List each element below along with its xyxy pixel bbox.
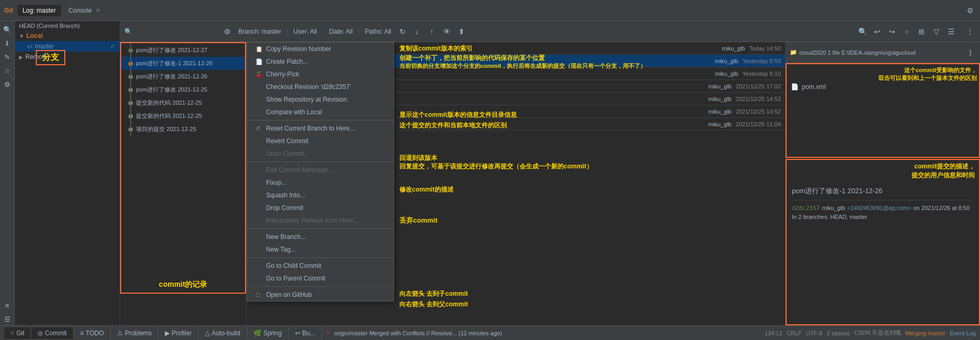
commits-section: commit的记录 pom进行了修改 2021-12-27 pom进行了修改-1… <box>120 42 247 325</box>
head-branch-item[interactable]: HEAD (Current Branch) <box>15 21 120 31</box>
remote-branch-item[interactable]: ▶ Remote <box>15 52 120 62</box>
menu-item-new-branch[interactable]: New Branch... <box>247 231 394 243</box>
branch-selector[interactable]: Branch: master <box>236 27 283 36</box>
git-tab-label: Git <box>16 329 24 337</box>
log-header: 🔍 ⚙ Branch: master | User: All | Date: A… <box>120 21 980 42</box>
settings-gear-icon[interactable]: ⚙ <box>221 26 233 37</box>
commit-detail-annotation: commit提交的描述，提交的用户信息和时间 <box>912 162 975 180</box>
patch-icon: 📄 <box>256 58 264 65</box>
menu-item-checkout[interactable]: Checkout Revision 'd28c2357' <box>247 81 394 93</box>
toolbar-icon-arrow-up[interactable]: ↑ <box>426 26 438 37</box>
commit-item-3[interactable]: pom进行了修改 2021-12-25 <box>120 83 246 96</box>
git-label: Git <box>4 7 13 14</box>
commit-item-5[interactable]: 提交新的代码 2021-12-25 <box>120 109 246 123</box>
profiler-tab-icon: ▶ <box>165 329 170 337</box>
commit-item-4[interactable]: 提交新的代码 2021-12-25 <box>120 96 246 109</box>
sidebar-icon-vcs[interactable]: ⬇ <box>1 37 14 49</box>
log-search-input[interactable] <box>134 28 218 35</box>
tab-console[interactable]: Console ✕ <box>63 5 105 16</box>
paths-selector[interactable]: Paths: All <box>362 27 393 36</box>
right-panel-collapse[interactable]: ⟩ <box>964 47 976 58</box>
menu-item-copy[interactable]: 📋 Copy Revision Number <box>247 43 394 55</box>
toolbar-icon-filter[interactable]: ▽ <box>930 26 942 37</box>
github-icon: ⬡ <box>256 292 264 298</box>
center-area: 🏷 master pom进行了修改 2021-12-27 miku_glb To… <box>247 42 785 325</box>
tab-log[interactable]: Log: master <box>17 5 61 16</box>
pom-file-icon: 📄 <box>791 83 799 91</box>
sidebar-icon-bookmark[interactable]: ☆ <box>1 64 14 77</box>
toolbar-icon-push[interactable]: ⬆ <box>456 26 467 37</box>
csdn-info: CSDN 不是老刘哦 <box>854 329 901 337</box>
menu-sep-5 <box>247 286 394 287</box>
menu-item-fixup[interactable]: Fixup... <box>247 176 394 189</box>
local-branch-item[interactable]: ▼ Local <box>15 31 120 41</box>
sidebar-icon-search[interactable]: 🔍 <box>1 23 14 36</box>
commit-item-0[interactable]: pom进行了修改 2021-12-27 <box>120 42 246 57</box>
toolbar-icon-search2[interactable]: 🔍 <box>857 26 868 37</box>
menu-item-patch[interactable]: 📄 Create Patch... <box>247 55 394 68</box>
menu-item-undo[interactable]: Undo Commit... <box>247 147 394 160</box>
menu-item-child[interactable]: Go to Child Commit <box>247 259 394 272</box>
tab-console-close[interactable]: ✕ <box>96 7 100 13</box>
sidebar-icon-edit[interactable]: ✎ <box>1 51 14 63</box>
commit-detail-msg: pom进行了修改-1 2021-12-26 <box>792 186 974 196</box>
menu-item-squash[interactable]: Squash Into... <box>247 189 394 202</box>
commit-detail-panel: commit提交的描述，提交的用户信息和时间 pom进行了修改-1 2021-1… <box>786 159 980 325</box>
timeline-author-3: miku_glb <box>708 83 731 89</box>
sidebar-icon-structure[interactable]: ≡ <box>1 299 14 312</box>
menu-item-github[interactable]: ⬡ Open on GitHub <box>247 288 394 301</box>
status-tab-git[interactable]: ⑂ Git <box>4 327 31 339</box>
timeline-date-6: 2021/12/25 11:04 <box>736 121 781 127</box>
status-tab-autobuild[interactable]: △ Auto-build <box>199 327 247 339</box>
status-tab-bu[interactable]: ↩ Bu... <box>289 327 322 339</box>
master-branch-item[interactable]: 🏷 master ✓ <box>15 41 120 52</box>
menu-item-revert[interactable]: Revert Commit <box>247 135 394 147</box>
cherry-icon: 🍒 <box>256 71 264 78</box>
toolbar-icon-arrow-down[interactable]: ↓ <box>411 26 423 37</box>
menu-item-drop[interactable]: Drop Commit <box>247 202 394 214</box>
profiler-tab-label: Profiler <box>172 329 192 337</box>
status-tab-commit[interactable]: ◎ Commit <box>31 327 73 339</box>
commit-item-6[interactable]: 项目的提交 2021-12-25 <box>120 123 246 136</box>
commit-item-2[interactable]: pom进行了修改 2021-12-26 <box>120 70 246 83</box>
spring-tab-icon: 🌿 <box>253 329 261 337</box>
commit-msg-3: pom进行了修改 2021-12-25 <box>136 86 208 94</box>
sidebar-icon-list[interactable]: ☰ <box>1 313 14 325</box>
user-selector[interactable]: User: All <box>291 27 319 36</box>
settings-icon[interactable]: ⚙ <box>964 5 976 16</box>
menu-item-parent[interactable]: Go to Parent Commit <box>247 272 394 285</box>
status-tab-profiler[interactable]: ▶ Profiler <box>159 327 199 339</box>
log-search-box[interactable]: 🔍 <box>124 28 218 35</box>
menu-sep-3 <box>247 228 394 229</box>
bu-tab-icon: ↩ <box>295 329 300 337</box>
menu-item-edit-msg[interactable]: Edit Commit Message... <box>247 164 394 176</box>
file-folder-icon: 📁 <box>790 49 797 56</box>
toolbar-icon-columns[interactable]: ☰ <box>945 26 957 37</box>
toolbar-icon-circle[interactable]: ○ <box>901 26 913 37</box>
menu-item-show-repo[interactable]: Show Repository at Revision <box>247 93 394 106</box>
menu-item-new-tag[interactable]: New Tag... <box>247 243 394 256</box>
timeline-author-5: miku_glb <box>708 108 731 115</box>
autobuild-tab-icon: △ <box>205 329 210 337</box>
menu-item-compare[interactable]: Compare with Local <box>247 106 394 118</box>
search-icon-log: 🔍 <box>124 28 132 35</box>
toolbar-icon-undo[interactable]: ↩ <box>871 26 883 37</box>
status-tab-problems[interactable]: ⚠ Problems <box>111 327 159 339</box>
event-log-link[interactable]: Event Log <box>949 330 976 336</box>
toolbar-icon-refresh[interactable]: ↻ <box>397 26 408 37</box>
status-tab-spring[interactable]: 🌿 Spring <box>247 327 289 339</box>
menu-item-cherry[interactable]: 🍒 Cherry-Pick <box>247 68 394 81</box>
toolbar-icon-grid[interactable]: ⊞ <box>916 26 927 37</box>
sidebar-icon-settings[interactable]: ⚙ <box>1 78 14 91</box>
bu-tab-label: Bu... <box>302 329 316 337</box>
toolbar-icon-more[interactable]: ⋮ <box>964 26 976 37</box>
menu-item-rebase[interactable]: Interactively Rebase from Here... <box>247 214 394 227</box>
date-selector[interactable]: Date: All <box>327 27 355 36</box>
status-tab-todo[interactable]: ≡ TODO <box>74 327 111 339</box>
todo-tab-icon: ≡ <box>80 329 84 337</box>
status-bar: ⑂ Git ◎ Commit ≡ TODO ⚠ Problems ▶ Profi… <box>0 325 980 340</box>
toolbar-icon-eye[interactable]: 👁 <box>441 26 453 37</box>
menu-item-reset[interactable]: ↺ Reset Current Branch to Here... <box>247 122 394 135</box>
toolbar-icon-redo[interactable]: ↪ <box>886 26 898 37</box>
commit-item-1[interactable]: pom进行了修改-1 2021-12-26 <box>120 57 246 70</box>
